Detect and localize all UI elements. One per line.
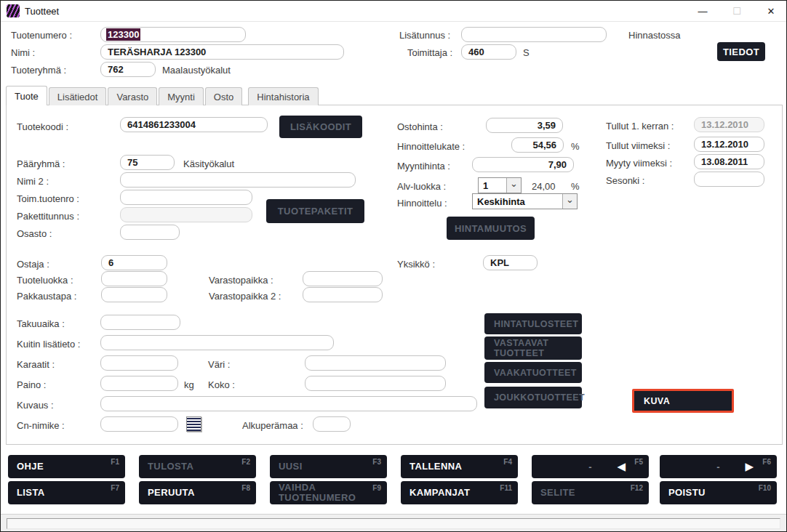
storage-location-label: Varastopaikka : (209, 275, 273, 286)
name-input[interactable] (100, 44, 344, 60)
cn-code-label: Cn-nimike : (17, 420, 65, 431)
weight-label: Paino : (17, 379, 46, 390)
color-input[interactable] (305, 355, 446, 371)
tab-osto[interactable]: Osto (205, 87, 242, 105)
next-button[interactable]: - ▶ F6 (660, 455, 777, 478)
last-sold-input[interactable] (694, 154, 764, 169)
title-bar: Tuotteet — ☐ ✕ (1, 1, 786, 22)
description-label: Kuvaus : (17, 400, 54, 411)
window-title: Tuotteet (25, 6, 59, 17)
last-arrival-input[interactable] (694, 137, 764, 152)
pricing-method-value: Keskihinta (473, 194, 562, 209)
joukkotuotteet-button[interactable]: JOUKKOTUOTTEET (484, 387, 582, 408)
product-group-label: Tuoteryhmä : (11, 65, 66, 76)
supplier-product-no-input[interactable] (120, 190, 252, 205)
lista-button[interactable]: LISTA F7 (8, 481, 125, 504)
receipt-info-input[interactable] (100, 335, 334, 350)
sales-price-input[interactable] (472, 157, 574, 172)
peruuta-button[interactable]: PERUUTA F8 (139, 481, 256, 504)
vaakatuotteet-button[interactable]: VAAKATUOTTEET (484, 362, 582, 383)
vat-class-value: 1 (479, 178, 506, 193)
vat-class-select[interactable]: 1 ⌄ (478, 177, 522, 193)
storage-location2-label: Varastopaikka 2 : (209, 291, 281, 302)
tab-hintahistoria[interactable]: Hintahistoria (248, 87, 318, 105)
first-arrival-label: Tullut 1. kerran : (606, 121, 674, 132)
maximize-icon[interactable]: ☐ (724, 1, 749, 21)
poistu-button[interactable]: POISTU F10 (660, 481, 777, 504)
cn-code-input[interactable] (100, 416, 178, 432)
tab-myynti[interactable]: Myynti (159, 87, 204, 105)
origin-country-input[interactable] (313, 416, 351, 432)
minimize-icon[interactable]: — (690, 1, 715, 21)
buyer-input[interactable] (101, 255, 167, 270)
storage-location-input[interactable] (303, 271, 383, 286)
tallenna-button[interactable]: TALLENNA F4 (401, 455, 518, 478)
app-window: Tuotteet — ☐ ✕ Tuotenumero : 123300 Lisä… (0, 0, 787, 532)
packing-method-input[interactable] (101, 287, 167, 302)
name-label: Nimi : (11, 47, 35, 58)
package-id-label: Pakettitunnus : (17, 211, 79, 222)
tiedot-button[interactable]: TIEDOT (717, 42, 765, 61)
selite-button[interactable]: SELITE F12 (532, 481, 649, 504)
vastaavat-tuotteet-button[interactable]: VASTAAVAT TUOTTEET (484, 336, 582, 360)
pricing-method-select[interactable]: Keskihinta ⌄ (472, 193, 578, 209)
name2-input[interactable] (120, 172, 356, 188)
weight-unit-label: kg (184, 379, 194, 390)
lisakoodit-button[interactable]: LISÄKOODIT (279, 116, 362, 138)
carats-input[interactable] (100, 355, 178, 371)
season-input[interactable] (694, 172, 764, 187)
kampanjat-button[interactable]: KAMPANJAT F11 (401, 481, 518, 504)
last-sold-label: Myyty viimeksi : (606, 158, 672, 169)
cn-code-lookup-icon[interactable] (186, 416, 201, 432)
purchase-price-input[interactable] (486, 118, 563, 133)
arrow-left-icon: ◀ (617, 460, 626, 473)
tulosta-button[interactable]: TULOSTA F2 (139, 455, 256, 478)
in-pricelist-label: Hinnastossa (628, 30, 681, 41)
status-bar (1, 514, 787, 532)
chevron-down-icon: ⌄ (506, 178, 521, 193)
tab-tuote[interactable]: Tuote (6, 86, 47, 105)
storage-location2-input[interactable] (303, 287, 383, 302)
unit-input[interactable] (483, 255, 538, 270)
name2-label: Nimi 2 : (17, 176, 49, 187)
hintamuutos-button[interactable]: HINTAMUUTOS (447, 217, 535, 240)
origin-country-label: Alkuperämaa : (242, 420, 303, 431)
purchase-price-label: Ostohinta : (397, 121, 443, 132)
season-label: Sesonki : (606, 175, 644, 186)
warranty-label: Takuuaika : (17, 318, 65, 329)
product-group-input[interactable] (100, 62, 156, 77)
extra-id-label: Lisätunnus : (399, 30, 450, 41)
main-group-description: Käsityökalut (183, 158, 234, 169)
main-group-input[interactable] (120, 155, 175, 170)
kuva-button[interactable]: KUVA (632, 389, 734, 413)
vat-rate-value: 24,00 (532, 181, 556, 192)
supplier-suffix: S (523, 47, 530, 58)
ohje-button[interactable]: OHJE F1 (8, 455, 125, 478)
product-number-input[interactable]: 123300 (100, 27, 246, 42)
supplier-product-no-label: Toim.tuotenro : (17, 193, 79, 204)
product-class-input[interactable] (101, 271, 167, 286)
description-input[interactable] (100, 396, 477, 411)
tab-bar: Tuote Lisätiedot Varasto Myynti Osto Hin… (6, 86, 320, 105)
weight-input[interactable] (100, 376, 178, 391)
tab-lisatiedot[interactable]: Lisätiedot (49, 87, 107, 105)
supplier-label: Toimittaja : (407, 47, 452, 58)
tab-varasto[interactable]: Varasto (108, 87, 157, 105)
close-icon[interactable]: ✕ (759, 1, 783, 21)
department-input[interactable] (120, 225, 180, 240)
size-input[interactable] (305, 376, 446, 391)
tuotepaketit-button[interactable]: TUOTEPAKETIT (266, 199, 364, 223)
vat-class-label: Alv-luokka : (397, 181, 446, 192)
status-message-field (7, 518, 780, 529)
extra-id-input[interactable] (461, 27, 607, 42)
supplier-input[interactable] (461, 44, 516, 60)
uusi-button[interactable]: UUSI F3 (270, 455, 387, 478)
warranty-input[interactable] (100, 315, 180, 330)
hintatulosteet-button[interactable]: HINTATULOSTEET (484, 313, 582, 334)
product-code-input[interactable] (120, 117, 268, 132)
sales-price-label: Myyntihinta : (397, 161, 450, 172)
vaihda-tuotenumero-button[interactable]: VAIHDA TUOTENUMERO F9 (270, 481, 387, 504)
margin-input[interactable] (511, 137, 564, 153)
previous-button[interactable]: - ◀ F5 (532, 455, 649, 478)
margin-label: Hinnoittelukate : (397, 141, 465, 152)
